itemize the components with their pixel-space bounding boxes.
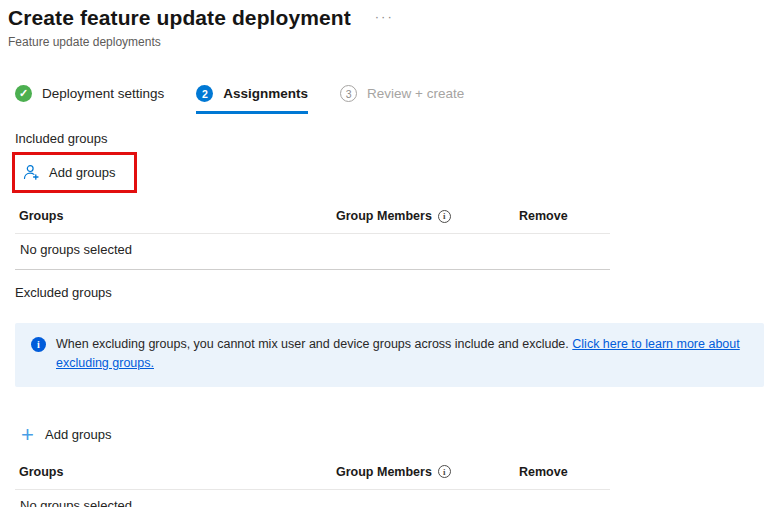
- info-tooltip-icon[interactable]: i: [438, 210, 451, 223]
- person-add-icon: [23, 164, 40, 181]
- tab-label: Deployment settings: [42, 86, 164, 101]
- step-number-badge: 2: [196, 85, 213, 102]
- column-remove: Remove: [519, 209, 610, 223]
- breadcrumb: Feature update deployments: [8, 35, 765, 49]
- plus-icon: +: [19, 427, 36, 443]
- highlight-box: Add groups: [12, 152, 137, 193]
- empty-state-row: No groups selected: [15, 234, 610, 270]
- exclude-info-banner: i When excluding groups, you cannot mix …: [15, 323, 764, 387]
- banner-text: When excluding groups, you cannot mix us…: [56, 335, 750, 374]
- more-options-icon[interactable]: ···: [375, 10, 394, 23]
- wizard-steps: ✓ Deployment settings 2 Assignments 3 Re…: [15, 85, 765, 114]
- empty-state-row: No groups selected: [15, 490, 610, 507]
- create-feature-update-deployment-page: Create feature update deployment ··· Fea…: [0, 0, 781, 507]
- column-groups: Groups: [19, 209, 336, 223]
- tab-review-create[interactable]: 3 Review + create: [340, 85, 464, 114]
- column-remove: Remove: [519, 465, 610, 479]
- page-header: Create feature update deployment ···: [8, 6, 765, 30]
- tab-label: Assignments: [223, 86, 308, 101]
- add-groups-label: Add groups: [49, 165, 116, 180]
- info-tooltip-icon[interactable]: i: [438, 465, 451, 478]
- column-groups: Groups: [19, 465, 336, 479]
- included-groups-heading: Included groups: [15, 131, 765, 146]
- step-complete-check-icon: ✓: [15, 85, 32, 102]
- table-header-row: Groups Group Members i Remove: [15, 204, 610, 234]
- included-groups-table: Groups Group Members i Remove No groups …: [15, 204, 610, 270]
- column-group-members: Group Members i: [336, 465, 519, 479]
- page-title: Create feature update deployment: [8, 6, 351, 30]
- table-header-row: Groups Group Members i Remove: [15, 460, 610, 490]
- tab-deployment-settings[interactable]: ✓ Deployment settings: [15, 85, 164, 114]
- banner-message: When excluding groups, you cannot mix us…: [56, 337, 569, 351]
- add-groups-label: Add groups: [45, 427, 112, 442]
- tab-assignments[interactable]: 2 Assignments: [196, 85, 308, 114]
- excluded-groups-heading: Excluded groups: [15, 285, 765, 300]
- step-number-badge: 3: [340, 85, 357, 102]
- add-groups-button-included[interactable]: Add groups: [15, 155, 134, 190]
- add-groups-button-excluded[interactable]: + Add groups: [13, 423, 122, 447]
- info-icon: i: [31, 337, 46, 352]
- tab-label: Review + create: [367, 86, 464, 101]
- excluded-groups-table: Groups Group Members i Remove No groups …: [15, 460, 610, 507]
- column-group-members: Group Members i: [336, 209, 519, 223]
